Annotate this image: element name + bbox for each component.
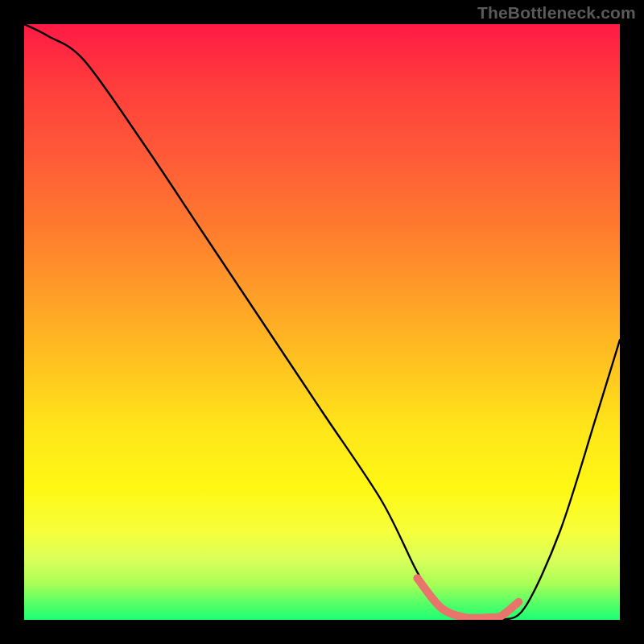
bottleneck-curve xyxy=(24,24,620,620)
trough-highlight xyxy=(417,578,518,618)
chart-svg xyxy=(24,24,620,620)
chart-frame: TheBottleneck.com xyxy=(0,0,644,644)
plot-area xyxy=(24,24,620,620)
watermark-text: TheBottleneck.com xyxy=(477,3,636,23)
